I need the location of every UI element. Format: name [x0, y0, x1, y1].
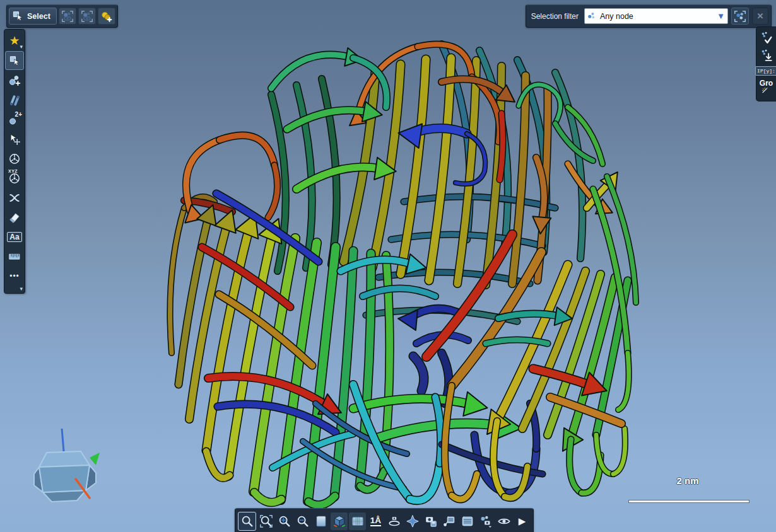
edit-toolbar: ★ ▾ 2+ XYZ Aa	[4, 29, 25, 294]
gromacs-wizard-button[interactable]: Gro	[760, 79, 773, 97]
add-group-button[interactable]	[98, 8, 115, 25]
magnifier-minus-icon	[296, 514, 310, 528]
charge-tool-button[interactable]: 2+	[6, 111, 23, 129]
molecule-check-icon	[760, 31, 773, 45]
camera-save-icon	[424, 514, 438, 528]
select-button[interactable]: Select	[9, 8, 57, 25]
apply-molecule-button[interactable]	[760, 31, 773, 45]
toolbar-expand-caret[interactable]: ▾	[20, 286, 23, 292]
translate-xyz-button[interactable]: XYZ	[6, 170, 23, 187]
more-tools-button[interactable]: •••	[6, 267, 23, 285]
magic-wand-icon	[761, 87, 772, 97]
select-cursor-icon	[13, 11, 23, 21]
grid-icon	[351, 514, 365, 528]
document-icon	[461, 514, 474, 528]
eraser-icon	[8, 211, 21, 224]
extensions-panel: IP[y]: Gro	[756, 26, 776, 101]
play-icon: ▶	[519, 516, 526, 526]
move-tool-button[interactable]	[6, 130, 23, 148]
eye-icon	[497, 514, 511, 528]
camera-presets-icon	[479, 514, 493, 528]
select-filtered-nodes-button[interactable]	[731, 8, 749, 25]
charge-label: 2+	[15, 111, 22, 118]
annotation-button[interactable]	[440, 512, 457, 530]
grid-button[interactable]	[349, 512, 366, 530]
xyz-wheel-icon	[8, 172, 21, 185]
scale-bar-line	[628, 500, 750, 503]
annotation-icon	[442, 514, 456, 528]
zoom-region-button[interactable]	[257, 512, 274, 530]
move-cursor-icon	[8, 133, 21, 146]
close-icon: ✕	[757, 11, 764, 21]
navcube-top-face[interactable]	[39, 451, 90, 467]
four-point-star-icon	[406, 514, 420, 528]
rotate-wheel-button[interactable]	[6, 150, 23, 168]
navcube-group[interactable]	[19, 429, 109, 531]
chevron-down-icon[interactable]: ▼	[717, 12, 725, 20]
3d-viewport[interactable]: 2 nm	[0, 0, 776, 532]
background-button[interactable]	[312, 512, 329, 530]
add-atom-button[interactable]	[6, 72, 23, 90]
rotate-wheel-icon	[8, 153, 21, 165]
angstrom-label: 1Å	[370, 516, 381, 527]
bonds-icon	[8, 94, 21, 107]
select-tool-button[interactable]	[5, 51, 24, 70]
samson-window: 2 nm Select Selection filter Any node ▼	[0, 0, 776, 532]
add-atom-icon	[8, 74, 21, 87]
selection-toolbar: Select	[6, 4, 118, 28]
view-toolbar: 1Å ▶	[235, 508, 534, 532]
molecule-download-icon	[760, 49, 773, 62]
download-molecule-button[interactable]	[760, 49, 773, 62]
twist-icon	[8, 192, 21, 204]
magnifier-icon	[240, 514, 254, 528]
eraser-button[interactable]	[6, 209, 23, 226]
star-icon: ★	[9, 35, 20, 47]
visibility-button[interactable]	[495, 512, 512, 530]
bond-tool-button[interactable]	[6, 91, 23, 109]
navcube-y-axis-marker	[90, 453, 100, 465]
ruler-button[interactable]	[6, 248, 23, 265]
selection-eye-icon	[61, 9, 74, 23]
selection-filter-label: Selection filter	[529, 12, 581, 21]
play-button[interactable]: ▶	[514, 512, 531, 530]
report-button[interactable]	[459, 512, 476, 530]
favorites-button[interactable]: ★ ▾	[6, 32, 23, 49]
select-button-label: Select	[27, 12, 50, 21]
magnifier-brackets-icon	[259, 514, 273, 528]
scale-bar-label: 2 nm	[631, 475, 744, 486]
save-snapshot-button[interactable]	[422, 512, 439, 530]
fullscreen-button[interactable]	[404, 512, 421, 530]
selection-set-visible-button[interactable]	[59, 8, 76, 25]
selection-filter-bar: Selection filter Any node ▼ ✕	[526, 4, 772, 28]
ipython-console-button[interactable]: IP[y]:	[755, 66, 776, 76]
text-label-button[interactable]: Aa	[6, 228, 23, 246]
caret-down-icon: ▾	[20, 43, 23, 50]
selection-filter-value: Any node	[600, 12, 714, 21]
magnifier-plus-icon	[278, 514, 291, 528]
selection-eye-icon2	[80, 9, 94, 23]
navigation-cube[interactable]	[1, 405, 127, 531]
view-cube-icon	[332, 514, 346, 528]
select-tool-icon	[9, 55, 20, 66]
gromacs-label: Gro	[760, 79, 773, 87]
angstrom-scale-button[interactable]: 1Å	[367, 512, 384, 530]
navcube-z-axis	[62, 429, 64, 451]
ipython-label: IP[y]:	[755, 66, 776, 76]
text-tool-label: Aa	[7, 232, 21, 242]
zoom-tool-button[interactable]	[238, 512, 256, 531]
zoom-in-button[interactable]	[276, 512, 293, 530]
bracket-dots-icon	[733, 9, 747, 23]
orbit-camera-button[interactable]	[385, 512, 403, 530]
ruler-icon	[8, 250, 21, 263]
camera-presets-button[interactable]	[477, 512, 494, 530]
selection-set-hidden-button[interactable]	[78, 8, 96, 25]
orbit-camera-icon	[387, 514, 401, 528]
clear-filter-button[interactable]: ✕	[752, 8, 768, 25]
twist-tool-button[interactable]	[6, 189, 23, 207]
zoom-out-button[interactable]	[294, 512, 311, 530]
xyz-label: XYZ	[8, 169, 18, 173]
any-node-icon	[587, 11, 597, 21]
add-group-icon	[100, 9, 114, 23]
selection-filter-combobox[interactable]: Any node ▼	[584, 8, 728, 24]
view-cube-button[interactable]	[331, 512, 348, 530]
